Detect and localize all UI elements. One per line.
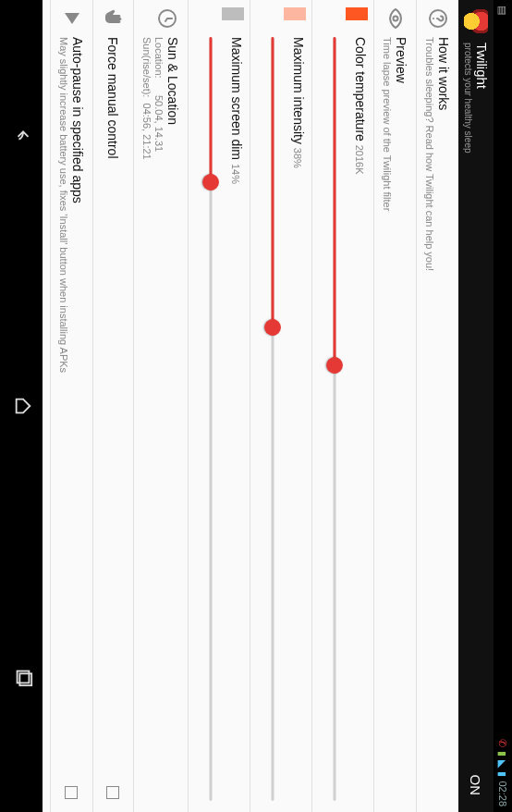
clock-icon bbox=[156, 7, 178, 30]
swatch-intensity bbox=[284, 7, 306, 20]
row-max-dim[interactable]: Maximum screen dim 14% bbox=[188, 0, 250, 812]
settings-list[interactable]: How it works Troubles sleeping? Read how… bbox=[43, 0, 458, 812]
battery-icon: ▮ bbox=[497, 771, 509, 777]
status-left: ▤ bbox=[497, 6, 509, 15]
power-toggle[interactable]: ON bbox=[465, 768, 488, 804]
swatch-dim bbox=[222, 7, 244, 20]
sun-title: Sun & Location bbox=[165, 37, 180, 801]
autopause-sub: May slightly increase battery use, fixes… bbox=[58, 37, 69, 801]
dim-value: 14% bbox=[230, 164, 241, 184]
eye-icon bbox=[384, 7, 407, 30]
autopause-title: Auto-pause in specified apps bbox=[70, 37, 85, 801]
nav-home-icon[interactable] bbox=[9, 396, 33, 416]
nav-back-icon[interactable] bbox=[9, 125, 33, 145]
status-bar: ▤ ✆ ▮ ◣ ▮ 02:28 bbox=[494, 0, 512, 812]
row-color-temperature[interactable]: Color temperature 2016K bbox=[311, 0, 373, 812]
sun-times: Sun(rise/set): 04:56, 21:21 bbox=[141, 37, 152, 801]
row-hide-status[interactable]: Hide from status bar May not be supporte… bbox=[43, 0, 50, 812]
dim-label: Maximum screen dim 14% bbox=[229, 37, 244, 801]
app-title: Twilight bbox=[473, 43, 489, 154]
hand-icon bbox=[102, 7, 124, 30]
app-subtitle: protects your healthy sleep bbox=[463, 43, 473, 154]
nav-bar bbox=[0, 0, 43, 812]
row-how-it-works[interactable]: How it works Troubles sleeping? Read how… bbox=[416, 0, 458, 812]
wifi-icon: ◣ bbox=[497, 760, 509, 768]
auto-pause-icon bbox=[61, 7, 83, 30]
svg-point-1 bbox=[433, 18, 434, 19]
row-auto-pause[interactable]: Auto-pause in specified apps May slightl… bbox=[50, 0, 92, 812]
how-title: How it works bbox=[436, 37, 451, 801]
row-force-manual[interactable]: Force manual control bbox=[92, 0, 133, 812]
preview-sub: Time lapse preview of the Twilight filte… bbox=[382, 37, 393, 801]
row-max-intensity[interactable]: Maximum intensity 38% bbox=[250, 0, 311, 812]
checkbox-force-manual[interactable] bbox=[107, 786, 120, 799]
signal-icon: ▮ bbox=[497, 751, 509, 757]
slider-intensity[interactable] bbox=[262, 37, 284, 801]
intensity-label: Maximum intensity 38% bbox=[291, 37, 306, 801]
intensity-value: 38% bbox=[292, 148, 303, 168]
slider-dim[interactable] bbox=[200, 37, 222, 801]
svg-point-2 bbox=[394, 17, 398, 21]
how-sub: Troubles sleeping? Read how Twilight can… bbox=[424, 37, 435, 801]
swatch-color-temp bbox=[346, 7, 368, 20]
nav-recent-icon[interactable] bbox=[9, 667, 33, 687]
slider-color-temperature[interactable] bbox=[323, 37, 346, 801]
row-preview[interactable]: Preview Time lapse preview of the Twilig… bbox=[373, 0, 416, 812]
row-sun-location[interactable]: Sun & Location Location: 50.04, 14.31 Su… bbox=[133, 0, 188, 812]
color-temp-value: 2016K bbox=[354, 145, 365, 175]
app-icon bbox=[464, 9, 488, 33]
status-clock: 02:28 bbox=[497, 781, 508, 806]
color-temp-label: Color temperature 2016K bbox=[353, 37, 368, 801]
phone-icon: ✆ bbox=[497, 739, 509, 747]
app-bar: Twilight protects your healthy sleep ON bbox=[458, 0, 494, 812]
help-icon bbox=[427, 7, 449, 30]
force-title: Force manual control bbox=[106, 37, 121, 801]
sd-icon: ▤ bbox=[497, 6, 509, 15]
checkbox-auto-pause[interactable] bbox=[66, 786, 79, 799]
preview-title: Preview bbox=[394, 37, 408, 801]
sun-location: Location: 50.04, 14.31 bbox=[153, 37, 165, 801]
